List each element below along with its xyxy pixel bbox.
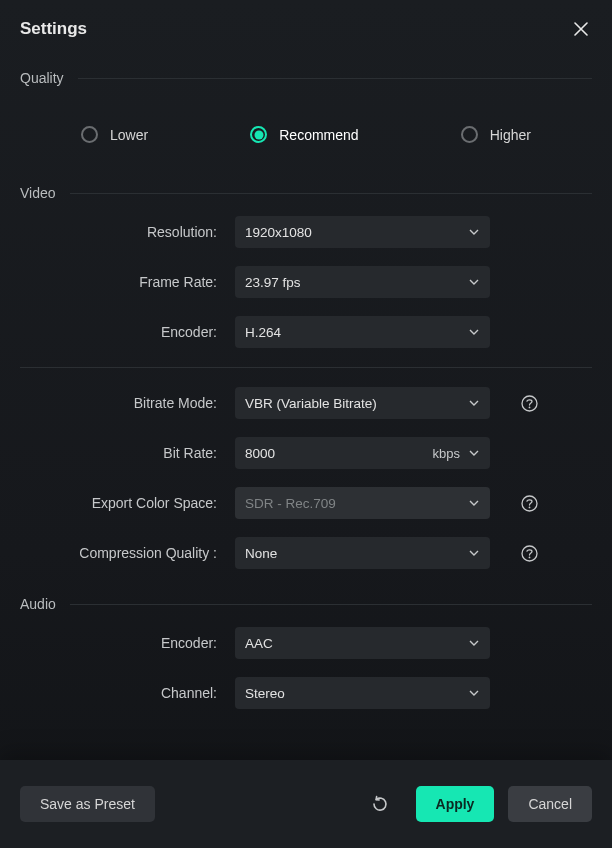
audio-encoder-value: AAC [245, 636, 468, 651]
quality-heading: Quality [20, 70, 64, 86]
chevron-down-icon [468, 447, 480, 459]
apply-button[interactable]: Apply [416, 786, 495, 822]
audio-channel-select[interactable]: Stereo [235, 677, 490, 709]
divider [20, 367, 592, 368]
cancel-button[interactable]: Cancel [508, 786, 592, 822]
svg-point-5 [528, 556, 530, 558]
resolution-label: Resolution: [20, 224, 235, 240]
bitrate-mode-select[interactable]: VBR (Variable Bitrate) [235, 387, 490, 419]
framerate-value: 23.97 fps [245, 275, 468, 290]
bitrate-mode-value: VBR (Variable Bitrate) [245, 396, 468, 411]
restore-icon [370, 794, 390, 814]
bitrate-label: Bit Rate: [20, 445, 235, 461]
save-as-preset-button[interactable]: Save as Preset [20, 786, 155, 822]
restore-defaults-button[interactable] [368, 792, 392, 816]
quality-option-label: Recommend [279, 127, 358, 143]
comp-quality-select[interactable]: None [235, 537, 490, 569]
comp-quality-value: None [245, 546, 468, 561]
bitrate-input[interactable]: 8000 kbps [235, 437, 490, 469]
chevron-down-icon [468, 547, 480, 559]
help-icon [521, 545, 538, 562]
chevron-down-icon [468, 397, 480, 409]
dialog-title: Settings [20, 19, 87, 39]
audio-heading: Audio [20, 596, 56, 612]
bitrate-unit: kbps [433, 446, 460, 461]
bitrate-mode-label: Bitrate Mode: [20, 395, 235, 411]
bitrate-mode-help-button[interactable] [520, 394, 538, 412]
svg-point-1 [528, 406, 530, 408]
quality-option-label: Lower [110, 127, 148, 143]
chevron-down-icon [468, 276, 480, 288]
resolution-value: 1920x1080 [245, 225, 468, 240]
chevron-down-icon [468, 226, 480, 238]
audio-encoder-label: Encoder: [20, 635, 235, 651]
chevron-down-icon [468, 637, 480, 649]
chevron-down-icon [468, 497, 480, 509]
audio-channel-label: Channel: [20, 685, 235, 701]
audio-section-header: Audio [0, 578, 612, 618]
video-encoder-select[interactable]: H.264 [235, 316, 490, 348]
chevron-down-icon [468, 687, 480, 699]
bitrate-value: 8000 [245, 446, 433, 461]
quality-option-lower[interactable]: Lower [81, 126, 148, 143]
framerate-select[interactable]: 23.97 fps [235, 266, 490, 298]
color-space-label: Export Color Space: [20, 495, 235, 511]
comp-quality-label: Compression Quality : [20, 545, 235, 561]
footer: Save as Preset Apply Cancel [0, 760, 612, 848]
comp-quality-help-button[interactable] [520, 544, 538, 562]
quality-option-recommend[interactable]: Recommend [250, 126, 358, 143]
video-heading: Video [20, 185, 56, 201]
radio-icon [81, 126, 98, 143]
quality-section-header: Quality [0, 52, 612, 92]
quality-option-higher[interactable]: Higher [461, 126, 531, 143]
color-space-select: SDR - Rec.709 [235, 487, 490, 519]
resolution-select[interactable]: 1920x1080 [235, 216, 490, 248]
quality-option-label: Higher [490, 127, 531, 143]
video-encoder-label: Encoder: [20, 324, 235, 340]
help-icon [521, 495, 538, 512]
video-encoder-value: H.264 [245, 325, 468, 340]
close-button[interactable] [570, 18, 592, 40]
color-space-value: SDR - Rec.709 [245, 496, 468, 511]
radio-icon [461, 126, 478, 143]
audio-encoder-select[interactable]: AAC [235, 627, 490, 659]
framerate-label: Frame Rate: [20, 274, 235, 290]
radio-icon [250, 126, 267, 143]
close-icon [574, 22, 588, 36]
video-section-header: Video [0, 167, 612, 207]
chevron-down-icon [468, 326, 480, 338]
color-space-help-button[interactable] [520, 494, 538, 512]
help-icon [521, 395, 538, 412]
audio-channel-value: Stereo [245, 686, 468, 701]
svg-point-3 [528, 506, 530, 508]
